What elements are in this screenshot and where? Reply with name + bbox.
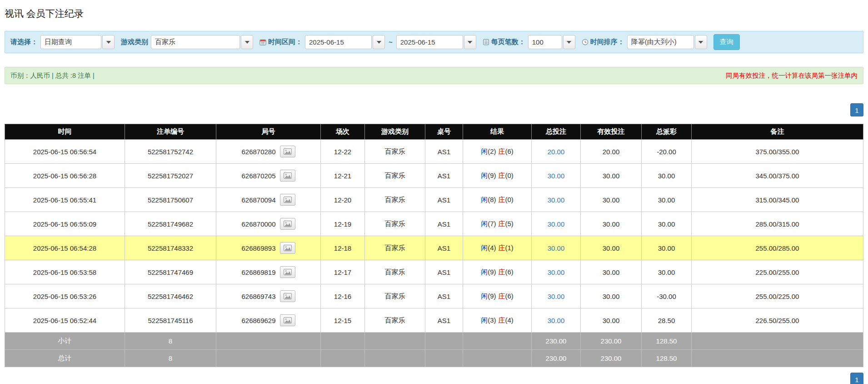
cell-remark: 375.00/355.00 <box>692 140 863 164</box>
cell-game-type: 百家乐 <box>365 308 425 333</box>
result-banker-score: (4) <box>505 316 514 324</box>
game-type-combobox <box>151 35 253 49</box>
video-replay-button[interactable] <box>280 266 295 278</box>
date-from-input[interactable] <box>305 35 372 49</box>
cell-game-type: 百家乐 <box>365 260 425 284</box>
total-bet-link[interactable]: 30.00 <box>548 244 565 252</box>
page-1-button-bottom[interactable]: 1 <box>850 373 863 384</box>
result-player-score: (7) <box>488 220 496 227</box>
subtotal-payout: 128.50 <box>642 333 692 350</box>
result-banker-label: 庄 <box>499 220 505 227</box>
cell-valid-bet: 20.00 <box>581 140 642 164</box>
time-sort-input[interactable] <box>627 35 694 49</box>
total-bet-link[interactable]: 30.00 <box>548 317 565 324</box>
date-to-input[interactable] <box>396 35 463 49</box>
page-size-combobox <box>528 35 575 49</box>
result-player-score: (3) <box>488 316 496 324</box>
time-sort-label: 时间排序： <box>582 38 624 46</box>
select-type-label-text: 请选择： <box>10 38 38 46</box>
column-header-5: 桌号 <box>425 124 463 140</box>
cell-bet-id: 522581752742 <box>125 140 216 164</box>
cell-result: 闲(7)庄(5) <box>463 212 532 236</box>
video-replay-button[interactable] <box>280 146 295 157</box>
page-title: 视讯 会员下注纪录 <box>5 7 863 20</box>
cell-remark: 285.00/315.00 <box>692 212 863 236</box>
column-header-7: 总投注 <box>532 124 581 140</box>
page-size-label: 每页笔数： <box>483 38 525 46</box>
date-to-dropdown-button[interactable] <box>464 35 476 49</box>
result-player-label: 闲 <box>481 268 488 276</box>
cell-bet-id: 522581748332 <box>125 236 216 260</box>
cell-payout: -30.00 <box>642 284 692 308</box>
result-banker-score: (6) <box>505 268 514 276</box>
date-from-dropdown-button[interactable] <box>373 35 385 49</box>
page-1-button[interactable]: 1 <box>850 103 863 116</box>
cell-result: 闲(9)庄(6) <box>463 260 532 284</box>
currency-summary-text: 币别：人民币 | 总共 :8 注单 | <box>10 71 95 80</box>
cell-total-bet: 30.00 <box>532 164 581 188</box>
result-banker-score: (1) <box>505 244 514 252</box>
cell-bet-id: 522581746462 <box>125 284 216 308</box>
total-bet-link[interactable]: 30.00 <box>548 196 565 204</box>
cell-time: 2025-06-15 06:56:54 <box>5 140 125 164</box>
cell-total-bet: 30.00 <box>532 236 581 260</box>
video-replay-button[interactable] <box>280 170 295 182</box>
page-size-dropdown-button[interactable] <box>563 35 575 49</box>
total-valid-bet: 230.00 <box>581 350 642 367</box>
result-player-label: 闲 <box>481 196 488 203</box>
subtotal-empty-cell <box>321 333 365 350</box>
time-sort-combobox <box>627 35 707 49</box>
query-type-input[interactable] <box>40 35 101 49</box>
video-replay-button[interactable] <box>280 290 295 302</box>
column-header-3: 场次 <box>321 124 365 140</box>
total-empty-cell <box>216 350 321 367</box>
total-bet-link[interactable]: 20.00 <box>548 148 565 156</box>
cell-time: 2025-06-15 06:56:28 <box>5 164 125 188</box>
total-payout: 128.50 <box>642 350 692 367</box>
cell-result: 闲(2)庄(6) <box>463 140 532 164</box>
date-range-label-text: 时间区间： <box>268 38 302 46</box>
total-bet-link[interactable]: 30.00 <box>548 172 565 180</box>
result-player-label: 闲 <box>481 244 488 252</box>
result-banker-label: 庄 <box>499 196 505 203</box>
total-bet-link[interactable]: 30.00 <box>548 293 565 300</box>
column-header-1: 注单编号 <box>125 124 216 140</box>
total-bet-link[interactable]: 30.00 <box>548 268 565 276</box>
video-replay-button[interactable] <box>280 218 295 230</box>
cell-time: 2025-06-15 06:55:09 <box>5 212 125 236</box>
cell-remark: 345.00/375.00 <box>692 164 863 188</box>
pagination-top: 1 <box>5 103 863 116</box>
table-row: 2025-06-15 06:52:44 522581745116 6268696… <box>5 308 863 333</box>
film-icon <box>284 197 292 203</box>
summary-bar: 币别：人民币 | 总共 :8 注单 | 同局有效投注，统一计算在该局第一张注单内 <box>5 67 863 84</box>
result-player-score: (8) <box>488 196 496 203</box>
subtotal-empty-cell <box>692 333 863 350</box>
query-type-dropdown-button[interactable] <box>102 35 115 49</box>
video-replay-button[interactable] <box>280 242 295 254</box>
time-sort-dropdown-button[interactable] <box>695 35 707 49</box>
game-type-input[interactable] <box>151 35 240 49</box>
round-number: 626870094 <box>241 196 275 204</box>
cell-payout: 30.00 <box>642 188 692 212</box>
result-player-score: (9) <box>488 268 496 276</box>
search-button[interactable]: 查询 <box>713 34 740 50</box>
subtotal-row: 小计 8 230.00 230.00 128.50 <box>5 333 863 350</box>
cell-session: 12-15 <box>321 308 365 333</box>
total-empty-cell <box>321 350 365 367</box>
page-size-input[interactable] <box>528 35 562 49</box>
total-bet-link[interactable]: 30.00 <box>548 220 565 228</box>
cell-payout: 28.50 <box>642 308 692 333</box>
total-empty-cell <box>365 350 425 367</box>
cell-total-bet: 30.00 <box>532 308 581 333</box>
cell-total-bet: 20.00 <box>532 140 581 164</box>
cell-valid-bet: 30.00 <box>581 284 642 308</box>
cell-remark: 226.50/255.00 <box>692 308 863 333</box>
cell-session: 12-17 <box>321 260 365 284</box>
table-row: 2025-06-15 06:55:09 522581749682 6268700… <box>5 212 863 236</box>
game-type-dropdown-button[interactable] <box>241 35 253 49</box>
video-replay-button[interactable] <box>280 194 295 206</box>
cell-result: 闲(8)庄(0) <box>463 188 532 212</box>
cell-time: 2025-06-15 06:52:44 <box>5 308 125 333</box>
query-type-combobox <box>40 35 115 49</box>
video-replay-button[interactable] <box>280 314 295 326</box>
